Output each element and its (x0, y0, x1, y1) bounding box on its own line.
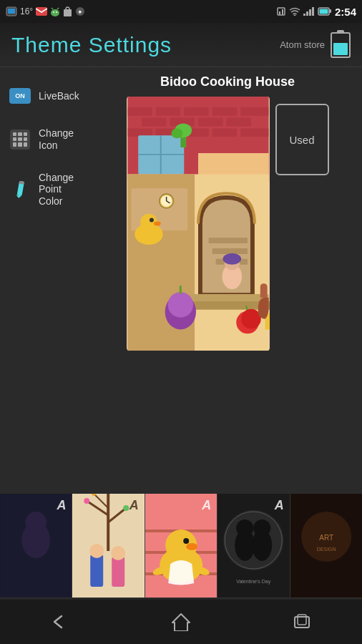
battery-icon (318, 6, 332, 16)
back-icon (50, 613, 70, 630)
app-icon: ✦ (75, 6, 85, 16)
dot-1 (13, 132, 16, 136)
svg-rect-28 (155, 107, 180, 116)
change-icon-label: Change Icon (39, 127, 84, 152)
svg-point-57 (153, 222, 160, 226)
liveback-on-icon: ON (9, 88, 31, 104)
svg-point-105 (253, 519, 270, 537)
svg-point-76 (25, 512, 47, 533)
home-icon (171, 613, 191, 631)
liveback-icon-container: ON (9, 84, 31, 107)
sidebar-item-change-icon[interactable]: Change Icon (0, 117, 93, 162)
thumbnail-item-3[interactable]: A (145, 494, 217, 597)
wifi-icon (289, 7, 300, 16)
svg-point-73 (171, 128, 182, 138)
used-button-container: Used (275, 104, 329, 175)
dot-4 (13, 137, 16, 141)
time-display: 2:54 (335, 6, 356, 18)
svg-rect-29 (184, 107, 209, 116)
nav-home-button[interactable] (163, 608, 199, 636)
svg-point-82 (84, 498, 90, 504)
sidebar: ON LiveBack (0, 67, 93, 491)
top-section: ON LiveBack (0, 67, 362, 491)
thumb-1-letter: A (57, 498, 66, 513)
sidebar-item-liveback[interactable]: ON LiveBack (0, 74, 93, 117)
svg-point-86 (90, 544, 104, 558)
svg-rect-27 (127, 107, 152, 116)
pencil-icon (10, 180, 30, 200)
svg-rect-16 (306, 11, 308, 16)
dot-2 (18, 132, 21, 136)
svg-rect-39 (212, 128, 237, 137)
svg-rect-31 (240, 107, 268, 116)
theme-preview-image (127, 97, 270, 351)
svg-line-6 (52, 8, 53, 9)
cooking-house-illustration (127, 97, 270, 351)
status-bar-right: 2:54 (276, 6, 356, 18)
thumbnail-item-2[interactable]: A (72, 494, 145, 597)
theme-title: Bidoo Cooking House (160, 74, 295, 89)
android-icon (50, 6, 60, 16)
svg-point-14 (293, 15, 295, 16)
grid-icon (10, 130, 30, 150)
svg-rect-11 (278, 8, 285, 15)
svg-rect-8 (64, 9, 72, 16)
svg-point-63 (222, 253, 241, 265)
dot-3 (24, 132, 27, 136)
dot-8 (18, 142, 21, 146)
phone-icon (6, 6, 17, 16)
theme-preview-container: Used (127, 97, 329, 351)
nav-back-button[interactable] (42, 608, 78, 636)
svg-rect-112 (295, 617, 309, 628)
atom-store-label[interactable]: Atom store (280, 39, 325, 50)
battery-fill (333, 43, 348, 55)
svg-rect-30 (212, 107, 237, 116)
svg-point-56 (149, 218, 153, 223)
change-icon-icon-container (9, 128, 31, 151)
svg-rect-20 (329, 9, 331, 13)
svg-point-65 (167, 292, 193, 318)
header-battery-icon (331, 32, 351, 58)
svg-rect-48 (187, 301, 270, 310)
thumbnail-item-1[interactable]: A (0, 494, 72, 597)
signal-icon (303, 7, 315, 16)
page-title: Theme Settings (11, 33, 172, 57)
temperature-display: 16° (20, 6, 33, 16)
dot-9 (24, 142, 27, 146)
svg-rect-85 (91, 555, 104, 587)
svg-rect-15 (303, 14, 305, 16)
dot-5 (18, 137, 21, 141)
status-bar: 16° ✦ (0, 0, 362, 23)
change-color-icon-container (9, 178, 31, 201)
svg-point-5 (56, 11, 57, 13)
recent-icon (292, 614, 312, 630)
header: Theme Settings Atom store (0, 23, 362, 67)
svg-text:ART: ART (319, 534, 333, 542)
svg-rect-2 (36, 7, 47, 16)
thumbnail-item-4[interactable]: A Valentine's Day (217, 494, 290, 597)
svg-rect-1 (8, 9, 15, 14)
change-color-label: Change Point Color (39, 172, 84, 208)
svg-point-69 (241, 309, 261, 329)
liveback-label: LiveBack (39, 90, 79, 102)
svg-rect-40 (240, 128, 268, 137)
svg-text:✦: ✦ (77, 9, 83, 16)
svg-point-4 (53, 11, 54, 13)
svg-rect-87 (112, 557, 125, 587)
svg-rect-18 (312, 7, 314, 16)
used-button[interactable]: Used (275, 104, 329, 175)
thumb-4-letter: A (275, 498, 284, 513)
dot-6 (24, 137, 27, 141)
svg-point-103 (236, 519, 253, 537)
svg-rect-13 (282, 9, 283, 14)
nav-recent-button[interactable] (284, 608, 320, 636)
status-bar-left: 16° ✦ (6, 6, 85, 16)
svg-rect-17 (309, 9, 311, 16)
svg-point-3 (51, 9, 59, 16)
svg-text:Valentine's Day: Valentine's Day (236, 579, 270, 585)
thumb-2-letter: A (129, 498, 139, 513)
theme-area: Bidoo Cooking House (93, 67, 362, 491)
svg-point-83 (124, 505, 129, 511)
thumbnail-item-5[interactable]: ART DESIGN (290, 494, 362, 597)
sidebar-item-change-color[interactable]: Change Point Color (0, 162, 93, 218)
